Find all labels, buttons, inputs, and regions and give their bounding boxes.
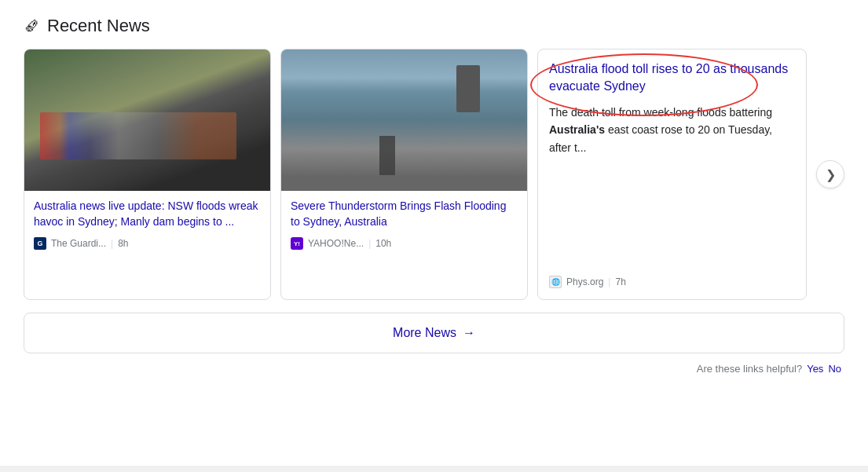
news-card-3: Australia flood toll rises to 20 as thou… — [537, 49, 807, 300]
card-meta-2: Y! YAHOO!Ne... | 10h — [291, 237, 518, 250]
section-title: Recent News — [47, 16, 150, 36]
news-card-1: Australia news live update: NSW floods w… — [24, 49, 271, 300]
time-ago-1: 8h — [118, 238, 128, 249]
card-headline-2[interactable]: Severe Thunderstorm Brings Flash Floodin… — [291, 199, 518, 229]
chevron-right-icon: ❯ — [826, 167, 836, 182]
more-news-label: More News — [393, 326, 456, 340]
section-header: 🗞 Recent News — [24, 16, 844, 36]
excerpt-bold: Australia's — [549, 123, 605, 136]
source-icon-3: 🌐 — [549, 276, 562, 288]
source-icon-1: G — [34, 237, 46, 250]
next-card-button[interactable]: ❯ — [816, 160, 844, 188]
feedback-question: Are these links helpful? — [697, 363, 802, 375]
card-headline-1[interactable]: Australia news live update: NSW floods w… — [34, 199, 261, 229]
news-card-2: Severe Thunderstorm Brings Flash Floodin… — [280, 49, 528, 300]
feedback-row: Are these links helpful? Yes No — [24, 363, 844, 375]
feedback-yes-link[interactable]: Yes — [807, 363, 823, 375]
time-ago-3: 7h — [615, 276, 625, 287]
bottom-bar — [0, 466, 868, 472]
card-meta-1: G The Guardi... | 8h — [34, 237, 261, 250]
more-news-bar: More News → — [24, 313, 844, 353]
recent-news-section: 🗞 Recent News Australia news live update… — [24, 16, 844, 375]
more-news-link[interactable]: More News → — [393, 326, 475, 340]
card-text-2: Severe Thunderstorm Brings Flash Floodin… — [281, 191, 527, 259]
arrow-right-icon: → — [463, 326, 475, 340]
news-image-2 — [281, 49, 527, 191]
feedback-no-link[interactable]: No — [828, 363, 841, 375]
source-name-1: The Guardi... — [51, 238, 106, 249]
source-icon-2: Y! — [291, 237, 303, 250]
news-cards-container: Australia news live update: NSW floods w… — [24, 49, 844, 300]
source-name-2: YAHOO!Ne... — [308, 238, 364, 249]
time-ago-2: 10h — [375, 238, 391, 249]
news-image-1 — [24, 49, 270, 191]
card-excerpt-3: The death toll from week-long floods bat… — [549, 104, 795, 156]
card-text-1: Australia news live update: NSW floods w… — [24, 191, 270, 259]
card-meta-3: 🌐 Phys.org | 7h — [549, 276, 626, 288]
source-name-3: Phys.org — [566, 276, 603, 287]
news-icon: 🗞 — [24, 17, 39, 35]
excerpt-before-bold: The death toll from week-long floods bat… — [549, 106, 772, 119]
card-headline-3[interactable]: Australia flood toll rises to 20 as thou… — [549, 60, 795, 96]
